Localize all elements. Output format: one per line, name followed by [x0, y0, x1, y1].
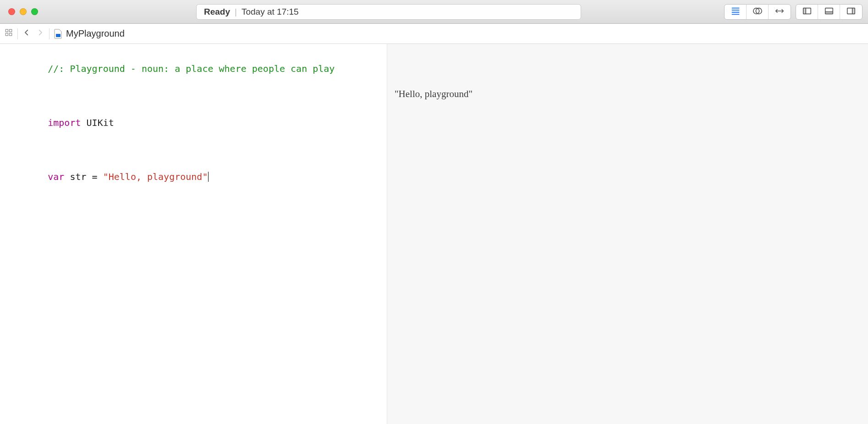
string-token: "Hello, playground" [103, 171, 208, 182]
history-forward-button[interactable] [33, 27, 47, 41]
comment-token: //: Playground - noun: a place where peo… [48, 63, 335, 74]
playground-file-icon [54, 29, 62, 39]
panel-left-icon [802, 6, 812, 18]
assistant-editor-button[interactable] [747, 5, 769, 19]
code-line: //: Playground - noun: a place where peo… [15, 47, 383, 91]
operator-token: = [87, 171, 103, 182]
result-value: "Hello, playground" [395, 86, 868, 102]
chevron-right-icon [36, 28, 44, 39]
results-sidebar[interactable]: "Hello, playground" [387, 44, 868, 424]
svg-rect-18 [10, 33, 12, 36]
close-window-button[interactable] [8, 8, 15, 15]
divider [49, 28, 49, 39]
chevron-left-icon [22, 28, 31, 39]
svg-rect-17 [5, 33, 8, 36]
text-cursor [208, 172, 209, 182]
code-line: import UIKit [15, 101, 383, 145]
identifier-token: UIKit [87, 117, 114, 128]
history-back-button[interactable] [20, 27, 33, 41]
arrows-icon [775, 6, 785, 18]
breadcrumb-file-name[interactable]: MyPlayground [66, 28, 125, 39]
code-line: var str = "Hello, playground" [15, 155, 383, 199]
panel-right-icon [846, 6, 856, 18]
svg-rect-16 [10, 29, 12, 32]
related-items-button[interactable] [2, 27, 16, 41]
result-text: "Hello, playground" [395, 88, 472, 99]
grid-four-icon [5, 28, 13, 39]
panel-bottom-icon [824, 6, 834, 18]
svg-rect-15 [5, 29, 8, 32]
status-time: Today at 17:15 [242, 7, 299, 17]
venn-icon [753, 6, 763, 18]
toggle-utilities-button[interactable] [840, 5, 862, 19]
identifier-token: str [70, 171, 86, 182]
results-spacer [395, 47, 868, 86]
standard-editor-button[interactable] [725, 5, 747, 19]
toggle-debug-area-button[interactable] [818, 5, 840, 19]
source-editor[interactable]: //: Playground - noun: a place where peo… [11, 44, 387, 424]
keyword-token: import [48, 117, 81, 128]
editor-gutter [0, 44, 11, 424]
activity-status[interactable]: Ready | Today at 17:15 [196, 4, 581, 20]
toggle-navigator-button[interactable] [796, 5, 818, 19]
keyword-token: var [48, 171, 64, 182]
version-editor-button[interactable] [769, 5, 791, 19]
toolbar-right [724, 4, 865, 20]
workspace: //: Playground - noun: a place where peo… [0, 44, 868, 424]
editor-mode-group [724, 4, 791, 20]
jump-bar: MyPlayground [0, 24, 868, 44]
minimize-window-button[interactable] [20, 8, 27, 15]
zoom-window-button[interactable] [31, 8, 38, 15]
status-separator: | [235, 7, 237, 17]
svg-rect-19 [56, 34, 60, 37]
window-controls [8, 8, 38, 15]
status-label: Ready [204, 7, 230, 17]
divider [17, 28, 18, 39]
lines-icon [731, 6, 741, 18]
panel-toggle-group [796, 4, 863, 20]
titlebar: Ready | Today at 17:15 [0, 0, 868, 24]
blank-line [15, 91, 383, 101]
blank-line [15, 145, 383, 155]
